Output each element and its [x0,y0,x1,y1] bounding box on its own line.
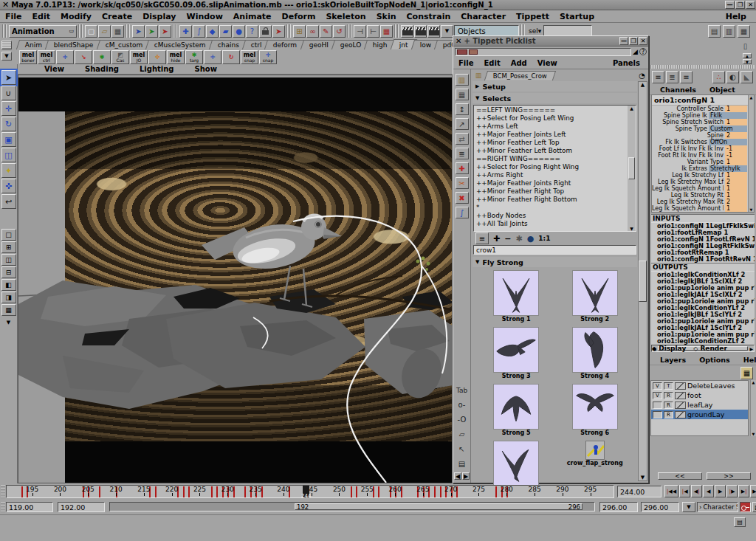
step-back-frame-button[interactable]: ◀| [691,485,702,497]
tippett-restore-button[interactable]: ❐ [629,37,638,45]
status-grip[interactable] [2,24,7,38]
input-node[interactable]: orio1:footLfRemap 1 [651,230,755,236]
channel-value[interactable]: 1 [725,119,747,125]
construction-history-icon[interactable]: ⊞ [293,25,306,38]
layer-menu-options[interactable]: Options [694,355,735,365]
select-by-hierarchy-icon[interactable]: ➤ [132,25,145,38]
tippett-scrollbar[interactable]: ▲▼ [638,81,647,481]
pose-thumbnail[interactable] [493,327,539,373]
graph-persp-layout-icon[interactable]: ◨ [1,292,16,303]
prev-panel-button[interactable]: << [658,472,702,480]
channel-value[interactable]: 1 [725,159,747,165]
sel-dropdown[interactable]: sel▾ [529,27,541,35]
layer-visibility-toggle[interactable]: V [653,392,662,399]
layer-visibility-toggle[interactable]: V [653,382,662,390]
channel-value[interactable]: 2 [725,199,747,205]
input-connections-icon[interactable]: ⊣ [354,25,366,38]
key-icon[interactable]: -O [456,413,469,425]
pose-strong-2[interactable]: Strong 2 [556,270,635,324]
menu-skin[interactable]: Skin [371,11,402,22]
channel-speed-mode-icon[interactable]: ≡ [680,71,693,83]
select-list-item[interactable]: ++Minor Feather Left Bottom [476,147,627,155]
sphere-icon[interactable]: ◐ [726,71,739,83]
shelf-mel-hide[interactable]: melhide [167,50,185,64]
channel-value[interactable]: 1 [725,205,747,212]
channel-value[interactable]: 1 [725,106,747,112]
pose-thumbnail[interactable] [572,384,618,430]
list-view-icon[interactable]: ≣ [456,148,469,159]
script-editor-icon[interactable]: ▧ [752,502,756,512]
channel-manip-mode-icon[interactable]: ≣ [666,71,678,83]
move-tool[interactable]: ✛ [1,101,16,116]
input-node[interactable]: orio1:configN 1FootRtRevN 1 [651,256,755,263]
locator-star-icon[interactable]: ✱ [93,50,111,64]
plane-icon[interactable]: ◣ [740,71,753,83]
character-set-selector[interactable]: ›Character Set [697,502,738,512]
pose-thumbnail[interactable] [493,270,539,316]
add-key-icon[interactable]: ✚ [456,162,469,174]
window-title-bar[interactable]: ✕ Maya 7.0.1P13: /work/sk/qc050/skGC050.… [0,0,756,10]
select-input-target-icon[interactable]: ▦ [380,25,393,38]
curve-icon[interactable]: ∫ [456,207,469,218]
channel-value[interactable]: StretchyIk [709,165,747,172]
channel-value[interactable]: 1 [725,185,747,192]
channel-value[interactable]: 1 [725,192,747,199]
menu-create[interactable]: Create [97,11,137,22]
animation-start-field[interactable]: 119.00 [6,502,53,512]
select-list-item[interactable]: ++Minor Feather Right Bottom [476,196,627,204]
tippett-title-bar[interactable]: ✕ + Tippett Picklist — ❐ ✕ [453,36,648,46]
current-time-field[interactable]: 244.00 [617,486,662,497]
current-time-marker[interactable]: 244 [303,486,309,498]
save-clip-icon[interactable]: ▦ [456,89,469,100]
input-node[interactable]: orio1:configN 1LegRtFkIkSwitch [651,243,755,249]
setup-section-header[interactable]: ▶Setup [472,81,637,92]
paint-effects-icon[interactable]: ✎ [320,25,332,38]
select-list-item[interactable]: ++Body Nodes [476,212,627,220]
select-list-item[interactable]: ++All Tail Joints [476,220,627,228]
next-panel-button[interactable]: >> [707,472,751,480]
two-pane-side-layout-icon[interactable]: ◫ [1,254,16,266]
channel-slider-mode-icon[interactable]: ≡ [652,71,664,83]
ik-handle-icon[interactable]: ↘ [75,50,92,64]
menu-tippett[interactable]: Tippett [511,11,554,22]
joint-snap-icon[interactable]: ✛snap [259,50,277,64]
pose-strong-4[interactable]: Strong 4 [556,327,635,381]
menu-set-selector[interactable]: Animation ▭ [9,25,77,38]
tippett-minimize-button[interactable]: — [619,37,628,45]
arrow-icon[interactable]: ↗ [456,118,469,130]
open-scene-icon[interactable]: ▱ [98,25,111,38]
range-handle-left[interactable]: 192 [297,504,309,509]
display-radio[interactable]: ◆Display [652,345,686,352]
ipr-render-icon[interactable] [427,25,440,38]
layer-visibility-toggle[interactable] [653,402,662,409]
clock-icon[interactable]: ◔ [639,72,645,80]
range-preset-dropdown[interactable]: ▼ [682,502,695,512]
add-pose-button[interactable]: ✚ [493,234,500,244]
select-tool[interactable]: ➤ [1,70,16,85]
select-by-object-icon[interactable]: ➤ [145,25,158,38]
render-current-frame-icon[interactable] [414,25,427,38]
pose-strong-6[interactable]: Strong 6 [556,384,635,438]
step-back-key-button[interactable]: |◀ [679,485,690,497]
layer-color-swatch[interactable] [675,392,686,399]
menu-animate[interactable]: Animate [228,11,277,22]
step-forward-frame-button[interactable]: |▶ [726,485,738,497]
range-grip[interactable] [1,502,5,512]
auto-keyframe-button[interactable] [740,502,751,512]
wheel-icon[interactable]: ✱ [515,234,522,244]
output-node[interactable]: orio1:legIkJALf 1ScIXLf 2 [651,292,755,298]
cut-keys-icon[interactable]: ✂ [456,177,469,189]
single-pane-layout-icon[interactable]: □ [1,229,16,241]
prev-pose-page-button[interactable]: ◀ [454,472,461,480]
two-pane-stacked-layout-icon[interactable]: ⊟ [1,266,16,278]
layer-type-toggle[interactable]: R [664,392,673,399]
tippett-menu-file[interactable]: File [453,58,478,68]
channel-box-menu-object[interactable]: Object [704,85,740,94]
time-slider[interactable]: 1952002052102152202252302352402452502552… [6,485,614,498]
target-star-icon[interactable]: ✱targ [185,50,203,64]
panel-grip[interactable] [650,65,755,69]
delete-keys-icon[interactable]: ✖ [456,192,469,204]
zoom-ratio-label[interactable]: 1:1 [538,235,550,242]
selection-mask-menu-icon[interactable]: ▼ [441,25,453,38]
select-list-item[interactable]: ++Minor Feather Right Top [476,187,627,196]
